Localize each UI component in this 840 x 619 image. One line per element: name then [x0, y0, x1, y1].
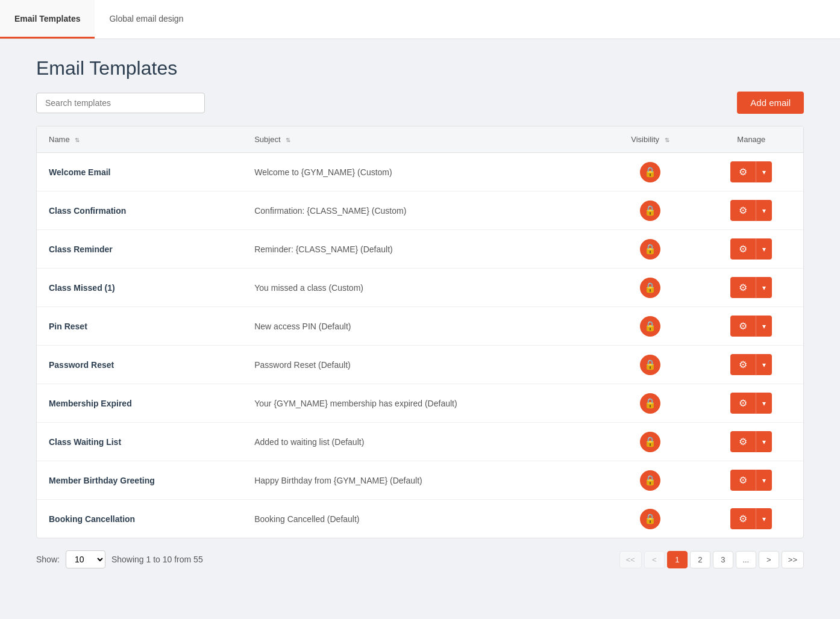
manage-dropdown-button[interactable]: ▾ [756, 161, 772, 182]
template-visibility: 🔒 [601, 384, 699, 423]
template-name: Welcome Email [37, 153, 242, 191]
template-subject: Happy Birthday from {GYM_NAME} (Default) [242, 461, 601, 500]
pagination-prev[interactable]: < [644, 551, 665, 568]
pagination-page-...[interactable]: ... [736, 551, 756, 568]
template-subject: Reminder: {CLASS_NAME} (Default) [242, 230, 601, 269]
template-visibility: 🔒 [601, 307, 699, 346]
template-visibility: 🔒 [601, 230, 699, 269]
table-row: Pin ResetNew access PIN (Default)🔒 ⚙ ▾ [37, 307, 803, 346]
template-subject: Your {GYM_NAME} membership has expired (… [242, 384, 601, 423]
footer: Show: 102550100 Showing 1 to 10 from 55 … [36, 550, 804, 568]
lock-icon: 🔒 [640, 470, 660, 491]
add-email-button[interactable]: Add email [737, 92, 804, 114]
manage-gear-button[interactable]: ⚙ [730, 431, 756, 452]
manage-dropdown-button[interactable]: ▾ [756, 393, 772, 414]
show-select[interactable]: 102550100 [66, 550, 105, 568]
manage-group: ⚙ ▾ [730, 277, 772, 298]
manage-cell: ⚙ ▾ [700, 384, 803, 423]
template-visibility: 🔒 [601, 191, 699, 230]
email-templates-table: Name ⇅Subject ⇅Visibility ⇅Manage Welcom… [36, 126, 804, 538]
table-row: Member Birthday GreetingHappy Birthday f… [37, 461, 803, 500]
pagination-last[interactable]: >> [782, 551, 804, 568]
pagination-page-2[interactable]: 2 [690, 551, 710, 568]
manage-cell: ⚙ ▾ [700, 423, 803, 461]
manage-cell: ⚙ ▾ [700, 307, 803, 346]
template-name: Member Birthday Greeting [37, 461, 242, 500]
template-visibility: 🔒 [601, 461, 699, 500]
pagination-page-1[interactable]: 1 [667, 551, 688, 568]
manage-cell: ⚙ ▾ [700, 230, 803, 269]
manage-dropdown-button[interactable]: ▾ [756, 508, 772, 529]
manage-gear-button[interactable]: ⚙ [730, 200, 756, 221]
lock-icon: 🔒 [640, 162, 660, 182]
template-subject: New access PIN (Default) [242, 307, 601, 346]
col-header-name[interactable]: Name ⇅ [37, 126, 242, 153]
manage-gear-button[interactable]: ⚙ [730, 470, 756, 491]
manage-gear-button[interactable]: ⚙ [730, 238, 756, 260]
nav-tab-global-email-design[interactable]: Global email design [95, 0, 198, 39]
template-subject: Confirmation: {CLASS_NAME} (Custom) [242, 191, 601, 230]
template-subject: You missed a class (Custom) [242, 269, 601, 307]
pagination-first[interactable]: << [619, 551, 642, 568]
template-subject: Password Reset (Default) [242, 346, 601, 384]
manage-gear-button[interactable]: ⚙ [730, 277, 756, 298]
manage-gear-button[interactable]: ⚙ [730, 508, 756, 529]
footer-left: Show: 102550100 Showing 1 to 10 from 55 [36, 550, 203, 568]
template-visibility: 🔒 [601, 500, 699, 538]
template-visibility: 🔒 [601, 269, 699, 307]
manage-gear-button[interactable]: ⚙ [730, 393, 756, 414]
template-name: Class Reminder [37, 230, 242, 269]
template-name: Password Reset [37, 346, 242, 384]
manage-dropdown-button[interactable]: ▾ [756, 200, 772, 221]
table-header: Name ⇅Subject ⇅Visibility ⇅Manage [37, 126, 803, 153]
top-nav: Email TemplatesGlobal email design [0, 0, 840, 39]
manage-gear-button[interactable]: ⚙ [730, 161, 756, 182]
manage-group: ⚙ ▾ [730, 354, 772, 375]
template-visibility: 🔒 [601, 423, 699, 461]
template-name: Booking Cancellation [37, 500, 242, 538]
table-row: Class Waiting ListAdded to waiting list … [37, 423, 803, 461]
template-subject: Welcome to {GYM_NAME} (Custom) [242, 153, 601, 191]
nav-tab-email-templates[interactable]: Email Templates [0, 0, 95, 39]
pagination: <<<123...>>> [619, 551, 804, 568]
sort-icon: ⇅ [75, 137, 80, 143]
template-subject: Added to waiting list (Default) [242, 423, 601, 461]
manage-gear-button[interactable]: ⚙ [730, 354, 756, 375]
sort-icon: ⇅ [665, 137, 669, 143]
template-visibility: 🔒 [601, 346, 699, 384]
manage-dropdown-button[interactable]: ▾ [756, 277, 772, 298]
page-title: Email Templates [36, 57, 804, 79]
table-row: Class Missed (1)You missed a class (Cust… [37, 269, 803, 307]
manage-dropdown-button[interactable]: ▾ [756, 431, 772, 452]
manage-cell: ⚙ ▾ [700, 500, 803, 538]
lock-icon: 🔒 [640, 432, 660, 452]
col-header-visibility[interactable]: Visibility ⇅ [601, 126, 699, 153]
manage-dropdown-button[interactable]: ▾ [756, 354, 772, 375]
col-header-manage: Manage [700, 126, 803, 153]
manage-dropdown-button[interactable]: ▾ [756, 470, 772, 491]
template-visibility: 🔒 [601, 153, 699, 191]
pagination-next[interactable]: > [759, 551, 779, 568]
manage-cell: ⚙ ▾ [700, 269, 803, 307]
manage-cell: ⚙ ▾ [700, 191, 803, 230]
col-header-subject[interactable]: Subject ⇅ [242, 126, 601, 153]
template-name: Pin Reset [37, 307, 242, 346]
template-name: Membership Expired [37, 384, 242, 423]
lock-icon: 🔒 [640, 239, 660, 260]
manage-group: ⚙ ▾ [730, 161, 772, 182]
lock-icon: 🔒 [640, 278, 660, 298]
manage-group: ⚙ ▾ [730, 470, 772, 491]
table-row: Class ReminderReminder: {CLASS_NAME} (De… [37, 230, 803, 269]
lock-icon: 🔒 [640, 393, 660, 414]
manage-gear-button[interactable]: ⚙ [730, 316, 756, 337]
manage-group: ⚙ ▾ [730, 238, 772, 260]
manage-dropdown-button[interactable]: ▾ [756, 316, 772, 337]
manage-cell: ⚙ ▾ [700, 461, 803, 500]
lock-icon: 🔒 [640, 509, 660, 529]
manage-group: ⚙ ▾ [730, 393, 772, 414]
manage-dropdown-button[interactable]: ▾ [756, 238, 772, 260]
lock-icon: 🔒 [640, 201, 660, 221]
search-input[interactable] [36, 93, 205, 113]
table-row: Class ConfirmationConfirmation: {CLASS_N… [37, 191, 803, 230]
pagination-page-3[interactable]: 3 [713, 551, 733, 568]
